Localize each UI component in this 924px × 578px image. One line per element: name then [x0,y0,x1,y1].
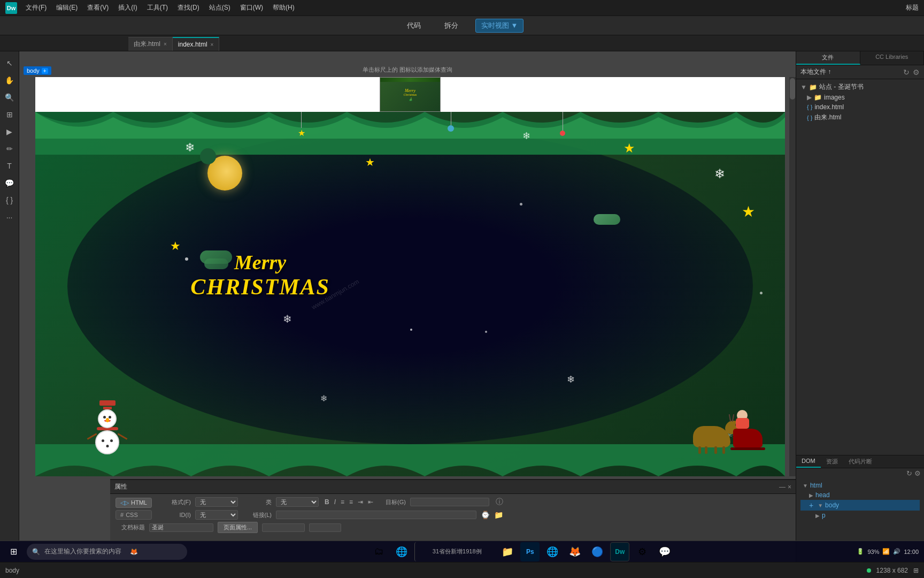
youla-file-icon: { } [807,115,812,121]
canvas-scrollbar-thumb[interactable] [790,78,795,100]
italic-btn[interactable]: I [333,498,337,506]
page-props-btn[interactable]: 页面属性... [218,522,258,533]
body-tag[interactable]: body + [24,66,51,75]
ul-btn[interactable]: ≡ [339,498,346,506]
tool-zoom[interactable]: 🔍 [2,90,17,105]
media-query-info: 单击标尺上的 图标以添加媒体查询 [363,66,452,74]
body-tag-plus[interactable]: + [42,68,48,74]
taskbar-edge[interactable]: 🌐 [392,542,411,561]
taskbar-photoshop[interactable]: Ps [520,542,540,561]
taskbar-news[interactable]: 31省份新增1918例 [414,542,495,561]
taskbar-dreamweaver[interactable]: Dw [610,542,629,561]
dom-html-node[interactable]: ▼ html [800,481,920,490]
tab-youla-close[interactable]: × [164,41,167,47]
settings-icon[interactable]: ⚙ [913,68,920,77]
link-folder-btn[interactable]: 📁 [494,511,503,519]
class-select[interactable]: 无 [276,497,319,507]
taskbar-chrome[interactable]: 🔵 [588,542,607,561]
css-btn[interactable]: # CSS [116,510,152,520]
properties-title: 属性 [114,482,127,491]
target-input[interactable] [410,498,489,506]
search-placeholder: 在这里输入你要搜索的内容 [44,547,121,556]
site-folder-icon: 📁 [809,83,817,91]
dom-tab-snippets[interactable]: 代码片断 [843,455,877,468]
tab-index-close[interactable]: × [211,42,214,48]
cancel-input[interactable] [309,523,341,532]
tab-index[interactable]: index.html × [173,37,220,51]
menu-help[interactable]: 帮助(H) [268,2,299,13]
snowflake-2: ❄ [522,130,530,142]
taskbar-search-bar[interactable]: 🔍 在这里输入你要搜索的内容 🦊 [27,544,187,560]
dom-tab-dom[interactable]: DOM [796,455,821,468]
apply-input[interactable] [262,523,305,532]
tool-insert[interactable]: ⊞ [2,107,17,122]
dom-refresh-icon[interactable]: ↻ [906,469,912,477]
menu-tools[interactable]: 工具(T) [143,2,172,13]
taskbar-firefox[interactable]: 🦊 [565,542,584,561]
indent-btn[interactable]: ⇥ [356,498,365,506]
taskbar-explorer[interactable]: 🗂 [369,542,389,561]
props-close[interactable]: × [788,483,791,491]
tree-images-folder[interactable]: ▶ 📁 images [798,93,922,102]
class-label: 类 [242,498,272,506]
tool-hand[interactable]: ✋ [2,73,17,88]
tool-snippet[interactable]: { } [2,193,17,208]
tree-index-file[interactable]: { } index.html [798,102,922,112]
dom-head-node[interactable]: ▶ head [800,490,920,500]
link-history-btn[interactable]: ⌚ [481,511,490,519]
hanging-ball [448,112,454,132]
dom-add-icon[interactable]: + [809,501,813,509]
code-btn[interactable]: 代码 [401,19,427,33]
info-btn[interactable]: ⓘ [496,497,503,507]
taskbar-chat[interactable]: 💬 [655,542,674,561]
link-input[interactable] [276,511,476,519]
live-view-btn[interactable]: 实时视图 ▼ [475,19,524,33]
live-view-dropdown-icon[interactable]: ▼ [511,21,518,29]
tool-more[interactable]: ··· [2,210,17,225]
id-select[interactable]: 无 [195,510,238,520]
dom-body-node[interactable]: + ▼ body [800,500,920,511]
tool-draw[interactable]: ✏ [2,141,17,156]
taskbar-files[interactable]: 📁 [498,542,517,561]
html-btn[interactable]: ◁▷ HTML [116,498,152,508]
tool-select[interactable]: ↖ [2,56,17,71]
bold-btn[interactable]: B [323,498,331,506]
taskbar-browser-e[interactable]: 🌐 [543,542,562,561]
menu-view[interactable]: 查看(V) [83,2,113,13]
menu-site[interactable]: 站点(S) [205,2,235,13]
outdent-btn[interactable]: ⇤ [366,498,375,506]
menu-file[interactable]: 文件(F) [21,2,51,13]
menu-window[interactable]: 窗口(W) [236,2,267,13]
tool-chat[interactable]: 💬 [2,176,17,191]
tree-youla-file[interactable]: { } 由来.html [798,112,922,123]
dom-p-node[interactable]: ▶ p [800,511,920,520]
santa [693,426,763,447]
dom-settings-icon[interactable]: ⚙ [914,469,921,477]
status-expand-icon[interactable]: ⊞ [913,567,919,574]
right-tab-cc[interactable]: CC Libraries [860,51,925,65]
taskbar-app-extra[interactable]: ⚙ [633,542,652,561]
snowflake-1: ❄ [185,141,195,155]
menu-insert[interactable]: 插入(I) [114,2,141,13]
title-bar-left: Dw 文件(F) 编辑(E) 查看(V) 插入(I) 工具(T) 查找(D) 站… [5,2,299,14]
right-panel-controls: ↻ ⚙ [903,68,920,77]
split-btn[interactable]: 拆分 [438,19,465,33]
tool-text[interactable]: T [2,158,17,173]
dom-tab-resources[interactable]: 资源 [821,455,843,468]
menu-edit[interactable]: 编辑(E) [52,2,82,13]
tool-media[interactable]: ▶ [2,124,17,139]
canvas-scrollbar[interactable] [789,77,796,476]
taskbar-start-btn[interactable]: ⊞ [0,541,27,562]
menu-find[interactable]: 查找(D) [173,2,204,13]
tab-youla[interactable]: 由来.html × [128,37,173,51]
status-tag: body [5,567,19,574]
right-tab-files[interactable]: 文件 [796,51,860,65]
doc-title-input[interactable] [149,523,213,532]
ol-btn[interactable]: ≡ [348,498,355,506]
props-minimize[interactable]: — [779,483,786,491]
refresh-icon[interactable]: ↻ [903,68,910,77]
format-select[interactable]: 无 [195,497,238,507]
taskbar: ⊞ 🔍 在这里输入你要搜索的内容 🦊 🗂 🌐 31省份新增1918例 📁 Ps … [0,541,924,562]
status-bar: body 1238 x 682 ⊞ [0,562,924,578]
tree-site-root[interactable]: ▼ 📁 站点 - 圣诞节书 [798,81,922,93]
